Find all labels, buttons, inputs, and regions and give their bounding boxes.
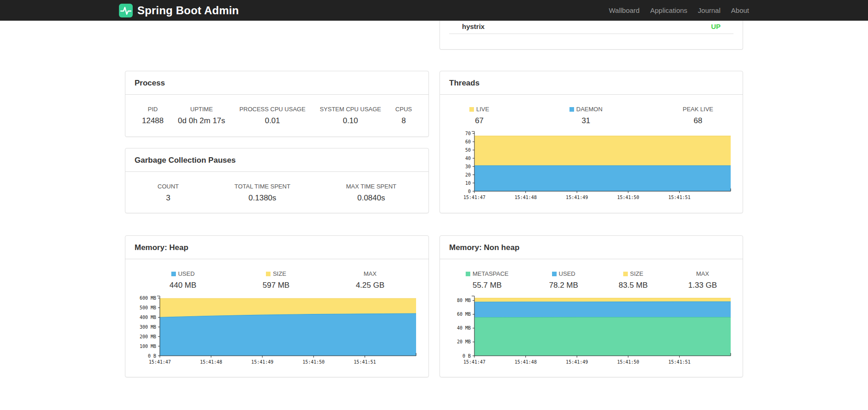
svg-text:30: 30 (465, 164, 471, 169)
svg-text:0 B: 0 B (462, 353, 471, 359)
stat-gc-count: COUNT 3 (158, 183, 179, 203)
svg-text:200 MB: 200 MB (140, 334, 156, 339)
legend-heap-max: MAX 4.25 GB (356, 270, 384, 290)
svg-text:15:41:49: 15:41:49 (566, 195, 588, 200)
svg-text:400 MB: 400 MB (140, 315, 156, 320)
nav-link-about[interactable]: About (731, 6, 749, 14)
legend-nonheap-used: USED 78.2 MB (549, 270, 578, 290)
svg-text:15:41:50: 15:41:50 (617, 195, 639, 200)
stat-cpus: CPUS 8 (395, 106, 412, 125)
legend-nonheap-max: MAX 1.33 GB (688, 270, 717, 290)
heap-used-swatch (171, 272, 176, 276)
svg-text:50: 50 (465, 148, 471, 153)
stat-gc-total-time: TOTAL TIME SPENT 0.1380s (235, 183, 291, 203)
nav-links: Wallboard Applications Journal About (609, 6, 749, 14)
nav-link-journal[interactable]: Journal (698, 6, 721, 14)
threads-legend: LIVE 67 DAEMON 31 PEAK LIVE 68 (440, 95, 743, 125)
svg-text:15:41:47: 15:41:47 (463, 359, 485, 364)
threads-daemon-swatch (569, 107, 574, 112)
svg-text:40: 40 (465, 156, 471, 161)
gc-card-title: Garbage Collection Pauses (125, 148, 428, 172)
process-card-title: Process (125, 71, 428, 95)
svg-text:0 B: 0 B (148, 353, 156, 359)
process-card: Process PID 12488 UPTIME 0d 0h 2m 17s PR… (125, 71, 429, 137)
legend-heap-used: USED 440 MB (169, 270, 197, 290)
legend-heap-size: SIZE 597 MB (263, 270, 290, 290)
stat-gc-max-time: MAX TIME SPENT 0.0840s (346, 183, 396, 203)
svg-text:15:41:51: 15:41:51 (668, 359, 690, 364)
nav-link-wallboard[interactable]: Wallboard (609, 6, 640, 14)
threads-card: Threads LIVE 67 DAEMON 31 PEAK LIVE 68 0… (440, 71, 743, 213)
application-name: hystrix (462, 23, 485, 30)
svg-text:15:41:48: 15:41:48 (200, 359, 222, 364)
svg-text:70: 70 (465, 131, 471, 136)
nonheap-chart: 0 B20 MB40 MB60 MB80 MB15:41:4715:41:481… (444, 294, 739, 368)
spring-boot-admin-logo-icon (119, 4, 133, 17)
svg-text:15:41:48: 15:41:48 (515, 359, 537, 364)
svg-text:300 MB: 300 MB (140, 325, 156, 330)
memory-nonheap-card: Memory: Non heap METASPACE 55.7 MB USED … (440, 235, 743, 377)
memory-heap-card: Memory: Heap USED 440 MB SIZE 597 MB MAX… (125, 235, 429, 377)
svg-text:600 MB: 600 MB (140, 296, 156, 301)
svg-text:100 MB: 100 MB (140, 344, 156, 349)
svg-text:15:41:48: 15:41:48 (515, 195, 537, 200)
stat-pid: PID 12488 (142, 106, 163, 125)
svg-text:15:41:49: 15:41:49 (251, 359, 273, 364)
nonheap-size-swatch (623, 272, 628, 276)
heap-chart: 0 B100 MB200 MB300 MB400 MB500 MB600 MB1… (130, 294, 425, 368)
stat-system-cpu-usage: SYSTEM CPU USAGE 0.10 (320, 106, 381, 125)
threads-chart: 01020304050607015:41:4715:41:4815:41:491… (444, 129, 739, 203)
process-stats: PID 12488 UPTIME 0d 0h 2m 17s PROCESS CP… (125, 95, 428, 125)
svg-text:15:41:50: 15:41:50 (617, 359, 639, 364)
heap-size-swatch (266, 272, 271, 276)
svg-text:500 MB: 500 MB (140, 305, 156, 310)
svg-text:15:41:47: 15:41:47 (463, 195, 485, 200)
gc-pauses-card: Garbage Collection Pauses COUNT 3 TOTAL … (125, 148, 429, 213)
legend-nonheap-metaspace: METASPACE 55.7 MB (466, 270, 508, 290)
application-status-card: hystrix UP (440, 21, 743, 50)
threads-card-title: Threads (440, 71, 743, 95)
svg-text:20 MB: 20 MB (457, 339, 471, 344)
legend-threads-live: LIVE 67 (469, 106, 489, 125)
application-status-row[interactable]: hystrix UP (449, 21, 733, 34)
right-column: hystrix UP Threads LIVE 67 DAEMON 31 PEA… (440, 21, 743, 377)
stat-process-cpu-usage: PROCESS CPU USAGE 0.01 (239, 106, 305, 125)
nav-link-applications[interactable]: Applications (650, 6, 688, 14)
svg-text:0: 0 (468, 189, 471, 194)
legend-threads-peak-live: PEAK LIVE 68 (683, 106, 713, 125)
nonheap-legend: METASPACE 55.7 MB USED 78.2 MB SIZE 83.5… (440, 259, 743, 290)
threads-live-swatch (469, 107, 474, 112)
svg-text:15:41:51: 15:41:51 (354, 359, 376, 364)
navbar: Spring Boot Admin Wallboard Applications… (0, 0, 868, 21)
svg-text:60 MB: 60 MB (457, 312, 471, 317)
main-content: Process PID 12488 UPTIME 0d 0h 2m 17s PR… (125, 0, 743, 377)
gc-stats: COUNT 3 TOTAL TIME SPENT 0.1380s MAX TIM… (125, 172, 428, 203)
brand-link[interactable]: Spring Boot Admin (119, 4, 239, 17)
legend-nonheap-size: SIZE 83.5 MB (619, 270, 648, 290)
svg-text:80 MB: 80 MB (457, 298, 471, 303)
stat-uptime: UPTIME 0d 0h 2m 17s (178, 106, 225, 125)
svg-text:20: 20 (465, 172, 471, 177)
svg-text:15:41:51: 15:41:51 (668, 195, 690, 200)
svg-text:10: 10 (465, 181, 471, 186)
heap-legend: USED 440 MB SIZE 597 MB MAX 4.25 GB (125, 259, 428, 290)
svg-text:15:41:49: 15:41:49 (566, 359, 588, 364)
legend-threads-daemon: DAEMON 31 (569, 106, 603, 125)
svg-text:15:41:47: 15:41:47 (149, 359, 171, 364)
memory-nonheap-card-title: Memory: Non heap (440, 236, 743, 259)
svg-text:60: 60 (465, 139, 471, 144)
nonheap-metaspace-swatch (466, 272, 470, 276)
nonheap-used-swatch (552, 272, 557, 276)
svg-text:15:41:50: 15:41:50 (303, 359, 325, 364)
status-badge: UP (711, 23, 721, 30)
left-column: Process PID 12488 UPTIME 0d 0h 2m 17s PR… (125, 21, 429, 377)
memory-heap-card-title: Memory: Heap (125, 236, 428, 259)
brand-title: Spring Boot Admin (137, 4, 239, 17)
svg-text:40 MB: 40 MB (457, 325, 471, 330)
